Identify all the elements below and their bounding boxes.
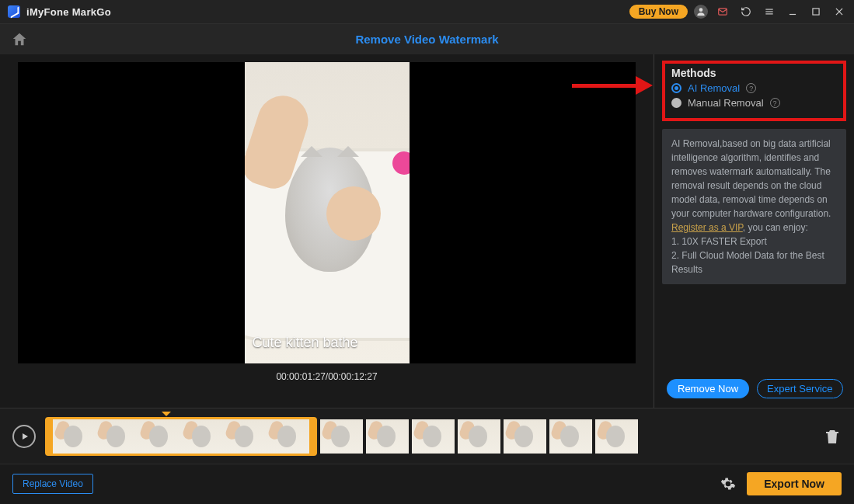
delete-icon[interactable] — [823, 427, 842, 446]
description-text: AI Removal,based on big data artificial … — [671, 138, 831, 219]
video-frame: Cute kitten bathe — [245, 62, 410, 363]
thumbnail[interactable] — [267, 419, 309, 454]
account-icon[interactable] — [694, 5, 708, 19]
timeline — [0, 408, 854, 464]
expert-service-button[interactable]: Expert Service — [757, 379, 843, 398]
app-logo-icon — [8, 5, 20, 18]
video-preview[interactable]: Cute kitten bathe — [18, 62, 636, 363]
description-text-2: , you can enjoy: — [743, 222, 808, 233]
title-bar: iMyFone MarkGo Buy Now — [0, 0, 854, 23]
close-icon[interactable] — [831, 3, 848, 20]
timecode: 00:00:01:27/00:00:12:27 — [276, 371, 377, 382]
selection-range[interactable] — [45, 417, 317, 456]
radio-icon — [671, 98, 681, 108]
maximize-icon[interactable] — [807, 3, 824, 20]
method-manual-removal[interactable]: Manual Removal ? — [671, 97, 837, 109]
vip-benefit-2: 2. Full Cloud Model Data for the Best Re… — [671, 250, 824, 275]
thumbnail[interactable] — [224, 419, 267, 454]
settings-icon[interactable] — [720, 476, 736, 492]
refresh-icon[interactable] — [737, 3, 755, 20]
mail-icon[interactable] — [714, 3, 731, 20]
method-description: AI Removal,based on big data artificial … — [662, 129, 846, 284]
thumbnail[interactable] — [366, 419, 409, 454]
thumbnail-strip[interactable] — [45, 417, 814, 456]
menu-icon[interactable] — [761, 3, 778, 20]
thumbnail[interactable] — [96, 419, 138, 454]
vip-benefit-1: 1. 10X FASTER Export — [671, 236, 767, 247]
remove-now-button[interactable]: Remove Now — [667, 379, 749, 398]
methods-heading: Methods — [671, 67, 837, 79]
export-now-button[interactable]: Export Now — [747, 472, 842, 495]
method-ai-removal[interactable]: AI Removal ? — [671, 82, 837, 94]
replace-video-button[interactable]: Replace Video — [12, 474, 93, 494]
page-title: Remove Video Watermark — [28, 33, 826, 46]
thumbnail[interactable] — [181, 419, 224, 454]
radio-icon — [671, 83, 681, 93]
svg-point-0 — [699, 8, 703, 12]
watermark-text: Cute kitten bathe — [253, 335, 358, 351]
thumbnail[interactable] — [320, 419, 363, 454]
thumbnail[interactable] — [549, 419, 592, 454]
play-button[interactable] — [12, 425, 36, 448]
method-label: Manual Removal — [688, 97, 764, 109]
thumbnail[interactable] — [138, 419, 181, 454]
sub-header: Remove Video Watermark — [0, 23, 854, 54]
app-name: iMyFone MarkGo — [26, 6, 111, 18]
thumbnail[interactable] — [53, 419, 96, 454]
thumbnail[interactable] — [412, 419, 455, 454]
callout-arrow-icon — [572, 78, 662, 93]
methods-panel: Methods AI Removal ? Manual Removal ? — [662, 61, 846, 121]
buy-now-button[interactable]: Buy Now — [629, 5, 688, 19]
method-label: AI Removal — [688, 82, 740, 94]
register-vip-link[interactable]: Register as a VIP — [671, 222, 743, 233]
help-icon[interactable]: ? — [746, 83, 756, 93]
minimize-icon[interactable] — [784, 3, 801, 20]
home-icon[interactable] — [11, 31, 28, 48]
thumbnail[interactable] — [595, 419, 638, 454]
svg-rect-6 — [813, 9, 819, 15]
thumbnail[interactable] — [458, 419, 500, 454]
help-icon[interactable]: ? — [770, 98, 780, 108]
footer-bar: Replace Video Export Now — [0, 464, 854, 502]
thumbnail[interactable] — [504, 419, 546, 454]
